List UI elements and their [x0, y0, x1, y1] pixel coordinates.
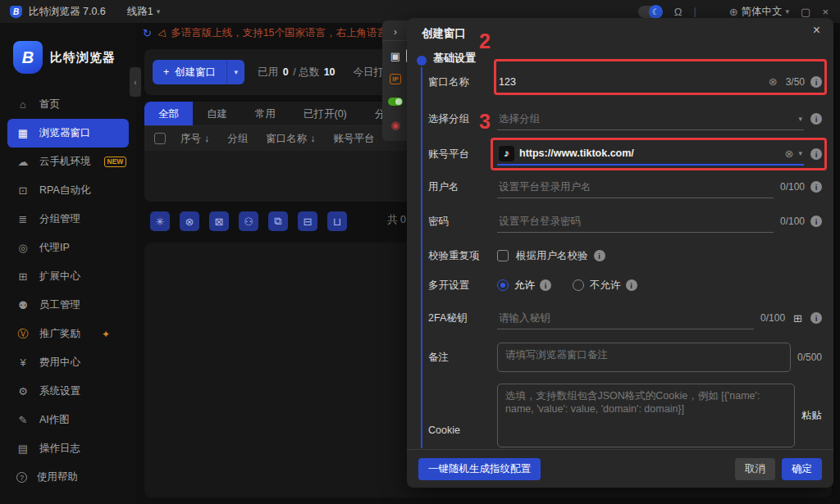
info-icon[interactable]: i: [810, 216, 822, 227]
scan-code-icon[interactable]: ⊞: [793, 312, 802, 325]
window-name-label: 窗口名称: [428, 75, 497, 89]
col-platform[interactable]: 账号平台: [334, 132, 375, 146]
cancel-button[interactable]: 取消: [735, 458, 775, 480]
username-label: 用户名: [428, 180, 497, 194]
dock-fingerprint-item[interactable]: ◉: [382, 113, 409, 136]
maximize-button[interactable]: ▢: [801, 6, 810, 18]
line-selector[interactable]: 线路1 ▾: [127, 5, 160, 19]
sidebar-item-rpa[interactable]: ⊡ RPA自动化: [7, 176, 129, 205]
used-label: 已用: [258, 66, 278, 78]
dup-check-label: 校验重复项: [428, 249, 497, 263]
field-row-remark: 备注 0/500: [428, 343, 822, 372]
rpa-robot-icon[interactable]: ⚇: [239, 211, 258, 231]
fingerprint-icon: ◉: [390, 119, 399, 131]
field-row-password: 密码 0/100 i: [428, 210, 822, 233]
sort-desc-icon: ↓: [204, 133, 209, 144]
sidebar-item-help[interactable]: ? 使用帮助: [7, 463, 129, 492]
char-counter: 0/100: [780, 216, 805, 227]
dock-collapse-chevron[interactable]: ›: [382, 23, 409, 41]
home-icon: ⌂: [16, 98, 30, 111]
char-counter: 0/500: [797, 352, 822, 363]
clear-cache-icon[interactable]: ⊟: [298, 211, 317, 231]
close-window-button[interactable]: ×: [822, 6, 829, 18]
puzzle-icon: ⊞: [16, 270, 30, 283]
tab-all[interactable]: 全部: [144, 102, 193, 125]
col-window-name[interactable]: 窗口名称 ↓: [266, 132, 315, 146]
tfa-label: 2FA秘钥: [428, 311, 497, 325]
group-select[interactable]: ▾: [497, 108, 804, 130]
billing-shield-icon: ¥: [16, 356, 30, 369]
info-icon[interactable]: i: [810, 312, 822, 324]
language-selector[interactable]: ⊕ 简体中文 ▾: [729, 5, 789, 19]
create-window-modal: 创建窗口 × 基础设置 窗口名称 ⊗ 3/50 i 选择分组 ▾ i 账号平台 …: [407, 18, 833, 488]
window-arrange-icon[interactable]: ⧉: [268, 211, 288, 231]
cookie-textarea[interactable]: [497, 384, 795, 447]
brand-shield-icon: B: [13, 41, 43, 74]
dark-mode-toggle[interactable]: ☾: [638, 6, 663, 18]
dock-ip-item[interactable]: IP: [382, 67, 409, 90]
allow-label: 允许: [514, 279, 535, 293]
password-input[interactable]: [499, 216, 772, 227]
sidebar: B 比特浏览器 ‹ ⌂ 首页 ▦ 浏览器窗口 ☁ 云手机环境 NEW ⊡ RPA…: [0, 23, 136, 504]
info-icon[interactable]: i: [626, 279, 637, 291]
sidebar-item-label: 员工管理: [39, 298, 80, 312]
char-counter: 0/100: [780, 181, 805, 193]
col-group[interactable]: 分组: [227, 132, 248, 146]
tfa-input[interactable]: [499, 312, 752, 324]
col-label: 序号: [180, 132, 201, 146]
create-window-button[interactable]: + 创建窗口 ▾: [153, 60, 244, 84]
create-window-dropdown[interactable]: ▾: [226, 60, 244, 84]
dock-toggle-item[interactable]: [382, 90, 409, 113]
sidebar-item-home[interactable]: ⌂ 首页: [7, 90, 129, 119]
sidebar-item-cloud-phone[interactable]: ☁ 云手机环境 NEW: [7, 148, 129, 176]
refresh-icon[interactable]: ↻: [143, 27, 152, 39]
delete-icon[interactable]: ⊔: [327, 211, 347, 231]
col-serial[interactable]: 序号 ↓: [180, 132, 209, 146]
sidebar-collapse-handle[interactable]: ‹: [130, 67, 141, 97]
close-browser-icon[interactable]: ⊗: [180, 211, 199, 231]
sidebar-item-label: 代理IP: [39, 241, 70, 255]
tab-self-built[interactable]: 自建: [193, 102, 241, 125]
paste-button[interactable]: 粘贴: [801, 409, 822, 423]
username-input[interactable]: [499, 181, 772, 193]
tab-opened[interactable]: 已打开(0): [290, 102, 361, 125]
tab-frequent[interactable]: 常用: [241, 102, 290, 125]
deny-radio[interactable]: [573, 279, 584, 291]
sidebar-item-ai-draw[interactable]: ✎ AI作图: [7, 406, 129, 434]
announcement-bar: ↻ ◁ 多语言版上线，支持15个国家语言，右上角语言选项处切换: [143, 26, 384, 40]
sidebar-item-label: 操作日志: [39, 442, 80, 456]
close-window-icon[interactable]: ⊠: [209, 211, 229, 231]
dock-monitor-item[interactable]: ▣: [382, 44, 409, 67]
platform-label: 账号平台: [428, 148, 497, 161]
sidebar-item-settings[interactable]: ⚙ 系统设置: [7, 377, 129, 406]
sidebar-item-groups[interactable]: ≣ 分组管理: [7, 205, 129, 234]
sidebar-item-logs[interactable]: ▤ 操作日志: [7, 434, 129, 463]
confirm-button[interactable]: 确定: [782, 458, 822, 480]
sidebar-item-referral[interactable]: Ⓥ 推广奖励 ✦: [7, 320, 129, 348]
group-select-input[interactable]: [499, 113, 793, 125]
open-browser-icon[interactable]: ✳: [150, 211, 170, 231]
sidebar-item-label: 系统设置: [39, 384, 80, 398]
info-icon[interactable]: i: [594, 250, 605, 261]
select-all-checkbox[interactable]: [154, 133, 166, 144]
info-icon[interactable]: i: [540, 279, 551, 291]
sidebar-menu: ⌂ 首页 ▦ 浏览器窗口 ☁ 云手机环境 NEW ⊡ RPA自动化 ≣ 分组管理…: [0, 90, 136, 492]
random-fingerprint-button[interactable]: 一键随机生成指纹配置: [418, 458, 541, 480]
support-headset-icon[interactable]: Ω: [674, 6, 682, 18]
field-row-username: 用户名 0/100 i: [428, 175, 822, 198]
sidebar-item-billing[interactable]: ¥ 费用中心: [7, 348, 129, 377]
char-counter: 0/100: [760, 312, 785, 324]
info-icon[interactable]: i: [810, 113, 822, 125]
sidebar-item-staff[interactable]: ⚉ 员工管理: [7, 291, 129, 320]
col-label: 窗口名称: [266, 132, 307, 146]
allow-radio[interactable]: [497, 279, 509, 291]
cookie-label: Cookie: [428, 425, 497, 436]
dup-check-checkbox[interactable]: [497, 250, 509, 261]
robot-icon: ⊡: [16, 184, 30, 197]
remark-textarea[interactable]: [497, 343, 791, 372]
sidebar-item-extensions[interactable]: ⊞ 扩展中心: [7, 262, 129, 291]
info-icon[interactable]: i: [810, 181, 822, 193]
sidebar-item-proxy-ip[interactable]: ◎ 代理IP: [7, 234, 129, 262]
sidebar-item-browser-windows[interactable]: ▦ 浏览器窗口: [7, 119, 129, 148]
modal-close-icon[interactable]: ×: [813, 23, 820, 38]
